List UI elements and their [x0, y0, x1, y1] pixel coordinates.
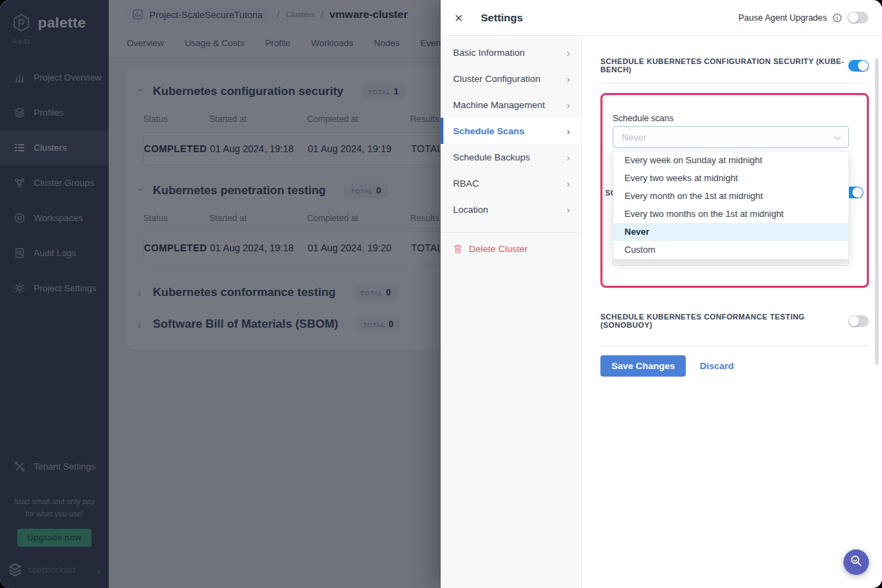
trash-icon — [453, 244, 463, 254]
save-changes-button[interactable]: Save Changes — [600, 355, 686, 377]
chevron-right-icon: › — [567, 178, 570, 189]
toggle-knob — [858, 61, 868, 71]
chevron-right-icon: › — [567, 47, 570, 59]
nav-label: RBAC — [453, 178, 479, 189]
kube-bench-label: SCHEDULE KUBERNETES CONFIGURATION SECURI… — [600, 57, 848, 74]
settings-nav-basic-information[interactable]: Basic Information › — [441, 39, 581, 65]
nav-label: Location — [453, 204, 488, 215]
panel-scrollbar[interactable] — [875, 59, 879, 365]
nav-label: Schedule Backups — [453, 152, 530, 162]
nav-label: Cluster Configuration — [453, 74, 540, 84]
schedule-scans-label: Schedule scans — [613, 114, 673, 123]
nav-label: Schedule Scans — [453, 126, 525, 136]
app-window: palette 4.4.11 Project Overview Profiles… — [0, 0, 882, 588]
nav-label: Machine Management — [453, 100, 545, 110]
close-icon[interactable]: × — [454, 10, 463, 25]
pause-agent-upgrades-toggle[interactable] — [848, 12, 868, 23]
settings-panel: × Settings Pause Agent Upgrades Basic In… — [441, 0, 882, 588]
settings-title: Settings — [481, 12, 523, 24]
sonobuoy-label: SCHEDULE KUBERNETES CONFORMANCE TESTING … — [600, 313, 848, 329]
toggle-knob — [852, 187, 863, 198]
settings-nav: Basic Information › Cluster Configuratio… — [441, 36, 582, 588]
chevron-right-icon: › — [567, 125, 570, 137]
settings-nav-schedule-scans[interactable]: Schedule Scans › — [441, 118, 581, 144]
kube-bench-row: SCHEDULE KUBERNETES CONFIGURATION SECURI… — [600, 57, 869, 74]
chevron-right-icon: › — [567, 99, 570, 111]
pause-agent-upgrades-label: Pause Agent Upgrades — [738, 13, 827, 23]
toggle-knob — [849, 316, 859, 326]
dropdown-option[interactable]: Every week on Sunday at midnight — [613, 151, 848, 169]
chevron-down-icon — [834, 134, 841, 140]
info-icon[interactable] — [832, 13, 842, 23]
settings-nav-machine-management[interactable]: Machine Management › — [441, 92, 581, 118]
sonobuoy-row: SCHEDULE KUBERNETES CONFORMANCE TESTING … — [600, 313, 869, 329]
delete-cluster-label: Delete Cluster — [469, 244, 528, 254]
delete-cluster-button[interactable]: Delete Cluster — [441, 233, 581, 265]
pause-agent-upgrades-control: Pause Agent Upgrades — [738, 12, 868, 23]
schedule-scans-value: Never — [622, 132, 647, 143]
divider — [600, 83, 869, 83]
dropdown-option[interactable]: Every two months on the 1st at midnight — [613, 205, 848, 223]
schedule-scans-select[interactable]: Never — [613, 126, 849, 148]
magnifier-icon — [850, 554, 863, 570]
divider — [600, 346, 869, 346]
toggle-knob — [848, 12, 859, 23]
settings-nav-location[interactable]: Location › — [441, 196, 581, 222]
dropdown-option[interactable]: Every month on the 1st at midnight — [613, 187, 848, 205]
schedule-dropdown-list: Every week on Sunday at midnight Every t… — [613, 151, 849, 260]
chevron-right-icon: › — [567, 204, 570, 216]
highlight-annotation-box: SC Never Schedule scans Never Every week… — [600, 93, 869, 288]
sonobuoy-toggle[interactable] — [848, 315, 869, 327]
kube-bench-toggle[interactable] — [848, 60, 869, 72]
dropdown-option[interactable]: Custom — [613, 241, 848, 259]
settings-header: × Settings Pause Agent Upgrades — [441, 0, 882, 36]
form-actions: Save Changes Discard — [600, 355, 869, 377]
discard-button[interactable]: Discard — [700, 361, 734, 371]
search-assistant-button[interactable] — [843, 549, 869, 575]
dropdown-option-selected[interactable]: Never — [613, 223, 848, 241]
settings-nav-cluster-configuration[interactable]: Cluster Configuration › — [441, 65, 581, 92]
settings-nav-schedule-backups[interactable]: Schedule Backups › — [441, 144, 581, 170]
chevron-right-icon: › — [567, 151, 570, 163]
nav-label: Basic Information — [453, 48, 525, 58]
dropdown-option[interactable]: Every two weeks at midnight — [613, 169, 848, 187]
chevron-right-icon: › — [567, 73, 570, 85]
settings-content: SCHEDULE KUBERNETES CONFIGURATION SECURI… — [582, 36, 882, 588]
settings-nav-rbac[interactable]: RBAC › — [441, 170, 581, 196]
